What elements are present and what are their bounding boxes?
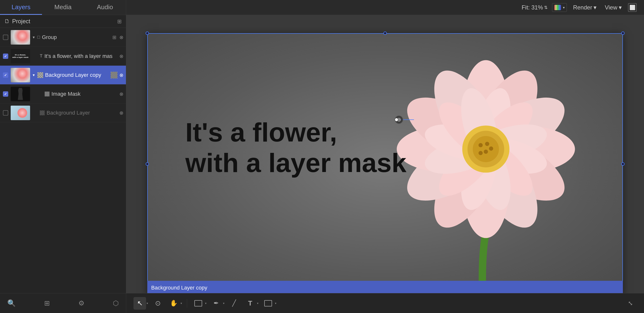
layer-name-group: Group	[42, 34, 110, 40]
view-button[interactable]: View ▾	[603, 3, 624, 12]
text-tool-group[interactable]: T ▾	[244, 297, 258, 310]
arrow-chevron-icon: ▾	[146, 302, 148, 305]
canvas-main-text: It's a flower, with a layer mask	[186, 117, 406, 178]
shape-tool[interactable]	[192, 297, 204, 310]
svg-point-28	[485, 142, 489, 146]
canvas-area: It's a flower, with a layer mask Backgro…	[126, 15, 644, 313]
mask-icon	[45, 92, 50, 96]
layer-thumb-bg-copy	[11, 68, 30, 82]
expand-icon: ⤡	[628, 300, 633, 307]
layer-tool[interactable]	[262, 297, 274, 310]
hand-icon: ✋	[170, 300, 178, 307]
layer-name-text: It's a flower, with a layer mas	[44, 53, 118, 59]
move-handle-group	[394, 119, 414, 120]
window-icon: ⬜	[630, 4, 636, 10]
layer-action-icon-bg-copy[interactable]: ⊗	[120, 72, 124, 78]
fit-control[interactable]: Fit: 31% ⇅	[522, 4, 548, 11]
layer-tool-group[interactable]: ▾	[262, 297, 276, 310]
svg-point-29	[489, 147, 493, 151]
layer-action-icon-text[interactable]: ⊗	[120, 53, 124, 59]
layer-thumb-text: It's a flower,with a layer mask	[11, 49, 30, 63]
color-mode-selector[interactable]: ▾	[552, 3, 567, 12]
pen-tool[interactable]: ✒	[210, 297, 222, 310]
layer-action-icon[interactable]: ⊞	[112, 34, 116, 40]
layer-item-text[interactable]: It's a flower,with a layer mask T It's a…	[0, 47, 126, 66]
sidebar-bottom-bar: 🔍 ⊞ ⚙ ⬡	[0, 293, 126, 313]
pen-tool-group[interactable]: ✒ ▾	[210, 297, 224, 310]
export-icon[interactable]: ⬡	[113, 299, 119, 307]
layer-checkbox-bg[interactable]	[2, 110, 9, 116]
svg-point-27	[478, 143, 483, 147]
layer-action-icon-mask[interactable]: ⊗	[120, 91, 124, 97]
render-button[interactable]: Render ▾	[571, 3, 598, 12]
selection-handle-tl[interactable]	[146, 31, 149, 35]
pen-chevron-icon: ▾	[223, 302, 224, 305]
sidebar-action-icon[interactable]: ⊞	[117, 18, 122, 24]
layer-name-mask: Image Mask	[52, 91, 118, 97]
shape-tool-group[interactable]: ▾	[192, 297, 206, 310]
text-chevron-icon: ▾	[257, 302, 258, 305]
canvas-frame: It's a flower, with a layer mask Backgro…	[147, 33, 623, 295]
image-layer-icon	[37, 72, 43, 78]
pen-icon: ✒	[214, 300, 219, 307]
layer-checkbox-text[interactable]	[2, 53, 9, 59]
bg-image-icon	[40, 111, 45, 115]
layer-thumb-group	[11, 30, 30, 45]
top-bar-right: Fit: 31% ⇅ ▾ Render ▾ View ▾ ⬜	[522, 3, 644, 12]
hand-tool[interactable]: ✋	[168, 297, 180, 310]
view-chevron-icon: ▾	[619, 4, 622, 11]
text-icon: T	[248, 300, 252, 307]
sidebar: 🗋 Project ⊞ ▼ □ Group ⊞ ⊗	[0, 15, 126, 313]
layer-checkbox-group[interactable]	[2, 34, 9, 40]
render-chevron-icon: ▾	[594, 4, 596, 11]
layer-item-mask[interactable]: Image Mask ⊗	[0, 85, 126, 103]
brush-icon: ╱	[232, 300, 236, 307]
arrow-icon: ↖	[137, 299, 143, 307]
layer-chevron-icon: ▾	[275, 302, 276, 305]
selection-handle-tr[interactable]	[621, 31, 624, 35]
toolbar-divider-1	[187, 299, 187, 308]
layer-action-icon-bg[interactable]: ⊗	[120, 110, 124, 116]
arrow-tool-group[interactable]: ↖ ▾	[134, 297, 148, 310]
search-icon[interactable]: 🔍	[7, 299, 16, 307]
layer-checkbox-mask[interactable]	[2, 91, 9, 97]
brush-tool[interactable]: ╱	[228, 297, 240, 310]
layer-name-bg: Background Layer	[46, 110, 118, 116]
selection-handle-ml[interactable]	[146, 162, 149, 166]
layer-link-icon[interactable]: ⊗	[120, 34, 124, 40]
hand-tool-group[interactable]: ✋ ▾	[168, 297, 182, 310]
layer-checkbox-bg-copy[interactable]	[2, 72, 9, 78]
layer-item-group[interactable]: ▼ □ Group ⊞ ⊗	[0, 28, 126, 47]
group-icon: □	[37, 35, 40, 40]
canvas-toolbar: ↖ ▾ ⊙ ✋ ▾ ▾	[126, 293, 644, 313]
layer-thumb-bg	[11, 106, 30, 120]
svg-point-31	[478, 151, 483, 155]
layer-item-bg-copy[interactable]: ▼ Background Layer copy ⊗	[0, 66, 126, 85]
svg-point-30	[484, 150, 488, 154]
expand-tool[interactable]: ⤡	[624, 297, 637, 310]
text-tool[interactable]: T	[244, 297, 256, 310]
tab-audio[interactable]: Audio	[84, 0, 126, 15]
color-chevron-icon: ▾	[563, 5, 565, 9]
layer-name-bg-copy: Background Layer copy	[45, 72, 109, 78]
arrow-tool[interactable]: ↖	[134, 297, 146, 310]
settings-icon[interactable]: ⚙	[78, 299, 84, 307]
tab-layers[interactable]: Layers	[0, 0, 42, 15]
window-mode-button[interactable]: ⬜	[628, 3, 637, 12]
main-layout: 🗋 Project ⊞ ▼ □ Group ⊞ ⊗	[0, 15, 644, 313]
layer-list: ▼ □ Group ⊞ ⊗ It's a flower,with a layer…	[0, 28, 126, 293]
document-icon: 🗋	[4, 18, 10, 24]
shape-icon	[194, 300, 202, 307]
tab-group: Layers Media Audio	[0, 0, 126, 15]
selection-handle-mr[interactable]	[621, 162, 624, 166]
layout-icon[interactable]: ⊞	[44, 299, 50, 307]
chevron-up-down-icon: ⇅	[544, 5, 548, 10]
orbit-icon: ⊙	[155, 299, 161, 307]
svg-point-26	[473, 136, 499, 162]
tab-media[interactable]: Media	[42, 0, 84, 15]
selection-handle-tc[interactable]	[384, 31, 387, 35]
orbit-tool[interactable]: ⊙	[152, 297, 164, 310]
layer-item-bg[interactable]: Background Layer ⊗	[0, 103, 126, 122]
hand-chevron-icon: ▾	[180, 302, 182, 305]
mask-pattern-icon	[111, 72, 118, 78]
